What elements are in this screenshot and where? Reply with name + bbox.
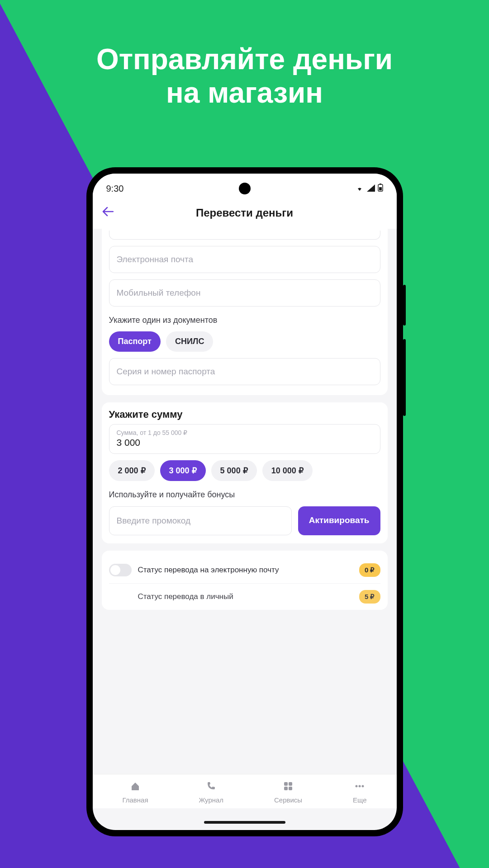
svg-rect-2 bbox=[379, 187, 382, 190]
svg-point-7 bbox=[356, 785, 358, 788]
nav-label: Еще bbox=[353, 796, 367, 804]
email-field[interactable]: Электронная почта bbox=[109, 246, 380, 273]
promo-headline: Отправляйте деньги на магазин bbox=[0, 43, 489, 109]
status-toggle[interactable] bbox=[109, 564, 132, 576]
amount-presets: 2 000 ₽ 3 000 ₽ 5 000 ₽ 10 000 ₽ bbox=[109, 460, 380, 481]
nav-more[interactable]: Еще bbox=[353, 781, 367, 804]
dots-icon bbox=[353, 781, 367, 794]
svg-rect-3 bbox=[284, 782, 288, 786]
input-partial[interactable] bbox=[109, 231, 380, 240]
phone-field[interactable]: Мобильный телефон bbox=[109, 279, 380, 307]
phone-icon bbox=[199, 781, 223, 794]
home-indicator bbox=[204, 821, 285, 824]
svg-rect-6 bbox=[289, 787, 292, 790]
document-label: Укажите один из документов bbox=[109, 316, 380, 325]
promo-row: Введите промокод Активировать bbox=[109, 506, 380, 535]
amount-value: 3 000 bbox=[117, 437, 373, 448]
svg-point-8 bbox=[359, 785, 361, 788]
chip-snils[interactable]: СНИЛС bbox=[166, 331, 214, 352]
wifi-icon bbox=[355, 184, 364, 194]
signal-icon bbox=[367, 184, 375, 194]
amount-hint: Сумма, от 1 до 55 000 ₽ bbox=[117, 429, 373, 436]
status-text: Статус перевода в личный bbox=[138, 592, 353, 602]
camera-notch bbox=[239, 183, 251, 194]
bottom-nav: Главная Журнал Сервисы Еще bbox=[93, 774, 397, 808]
svg-point-9 bbox=[362, 785, 364, 788]
battery-icon bbox=[378, 184, 383, 194]
status-row-personal: Статус перевода в личный 5 ₽ bbox=[109, 583, 380, 610]
preset-10000[interactable]: 10 000 ₽ bbox=[262, 460, 313, 481]
amount-title: Укажите сумму bbox=[109, 409, 380, 420]
promo-label: Используйте и получайте бонусы bbox=[109, 489, 326, 500]
headline-line-1: Отправляйте деньги bbox=[0, 43, 489, 76]
side-button bbox=[403, 339, 406, 416]
nav-journal[interactable]: Журнал bbox=[199, 781, 223, 804]
passport-field[interactable]: Серия и номер паспорта bbox=[109, 358, 380, 385]
preset-5000[interactable]: 5 000 ₽ bbox=[211, 460, 257, 481]
nav-label: Сервисы bbox=[274, 796, 302, 804]
home-icon bbox=[122, 781, 148, 794]
grid-icon bbox=[274, 781, 302, 794]
status-text: Статус перевода на электронную почту bbox=[138, 565, 353, 575]
amount-card: Укажите сумму Сумма, от 1 до 55 000 ₽ 3 … bbox=[102, 402, 388, 543]
svg-rect-5 bbox=[284, 787, 288, 790]
preset-3000[interactable]: 3 000 ₽ bbox=[160, 460, 206, 481]
clock: 9:30 bbox=[106, 184, 124, 194]
svg-rect-4 bbox=[289, 782, 292, 786]
back-arrow-icon[interactable] bbox=[102, 206, 114, 220]
phone-screen: 9:30 Перевести деньги Э bbox=[93, 174, 397, 830]
svg-rect-1 bbox=[380, 184, 381, 184]
status-badge: 0 ₽ bbox=[359, 563, 380, 577]
phone-frame: 9:30 Перевести деньги Э bbox=[86, 167, 403, 836]
nav-label: Журнал bbox=[199, 796, 223, 804]
status-row-email: Статус перевода на электронную почту 0 ₽ bbox=[109, 557, 380, 583]
status-card: Статус перевода на электронную почту 0 ₽… bbox=[102, 551, 388, 610]
page-title: Перевести деньги bbox=[196, 207, 293, 219]
app-header: Перевести деньги bbox=[93, 198, 397, 229]
nav-services[interactable]: Сервисы bbox=[274, 781, 302, 804]
chip-passport[interactable]: Паспорт bbox=[109, 331, 161, 352]
headline-line-2: на магазин bbox=[0, 76, 489, 110]
content-area: Электронная почта Мобильный телефон Укаж… bbox=[93, 229, 397, 795]
nav-label: Главная bbox=[122, 796, 148, 804]
recipient-card: Электронная почта Мобильный телефон Укаж… bbox=[102, 229, 388, 395]
amount-input[interactable]: Сумма, от 1 до 55 000 ₽ 3 000 bbox=[109, 424, 380, 454]
activate-button[interactable]: Активировать bbox=[298, 506, 380, 535]
status-badge: 5 ₽ bbox=[359, 590, 380, 604]
nav-home[interactable]: Главная bbox=[122, 781, 148, 804]
promo-input[interactable]: Введите промокод bbox=[109, 506, 292, 535]
document-chips: Паспорт СНИЛС bbox=[109, 331, 380, 352]
side-button bbox=[403, 285, 406, 326]
preset-2000[interactable]: 2 000 ₽ bbox=[109, 460, 155, 481]
